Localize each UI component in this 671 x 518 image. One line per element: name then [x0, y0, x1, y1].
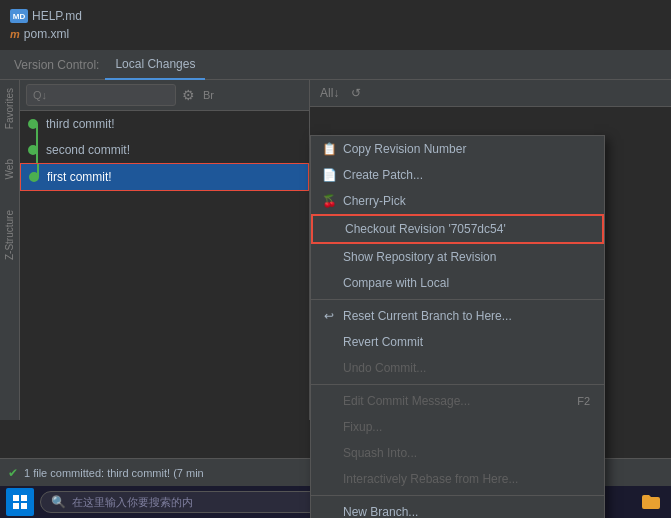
ctx-copy-revision-label: Copy Revision Number: [343, 142, 466, 156]
undo-icon: [321, 360, 337, 376]
status-text: 1 file committed: third commit! (7 min: [24, 467, 204, 479]
ctx-cherry-pick[interactable]: 🍒 Cherry-Pick: [311, 188, 604, 214]
taskbar-search[interactable]: 🔍 在这里输入你要搜索的内: [40, 491, 340, 513]
svg-rect-2: [13, 503, 19, 509]
side-tab-structure[interactable]: Z-Structure: [4, 210, 15, 260]
commit-message-third: third commit!: [46, 117, 115, 131]
ctx-fixup-label: Fixup...: [343, 420, 382, 434]
ctx-edit-message: Edit Commit Message... F2: [311, 388, 604, 414]
branch-label: Br: [203, 89, 214, 101]
svg-rect-0: [13, 495, 19, 501]
ctx-compare-local[interactable]: Compare with Local: [311, 270, 604, 296]
ctx-checkout-revision-label: Checkout Revision '7057dc54': [345, 222, 506, 236]
squash-icon: [321, 445, 337, 461]
ctx-new-branch[interactable]: New Branch...: [311, 499, 604, 518]
vc-label: Version Control:: [8, 50, 105, 79]
search-input[interactable]: [26, 84, 176, 106]
commit-item-third[interactable]: third commit!: [20, 111, 309, 137]
ctx-sep-1: [311, 299, 604, 300]
svg-rect-1: [21, 495, 27, 501]
ctx-reset-branch-label: Reset Current Branch to Here...: [343, 309, 512, 323]
ctx-fixup: Fixup...: [311, 414, 604, 440]
context-menu: 📋 Copy Revision Number 📄 Create Patch...…: [310, 135, 605, 518]
ctx-show-repo-label: Show Repository at Revision: [343, 250, 496, 264]
taskbar-search-text: 在这里输入你要搜索的内: [72, 495, 193, 510]
commit-dot-first: [29, 172, 39, 182]
gear-icon[interactable]: ⚙: [182, 87, 195, 103]
commit-list: third commit! second commit! first commi…: [20, 111, 309, 420]
ctx-squash-label: Squash Into...: [343, 446, 417, 460]
side-tabs: Favorites Web Z-Structure: [0, 80, 20, 420]
svg-rect-3: [21, 503, 27, 509]
new-branch-icon: [321, 504, 337, 518]
file-item-help[interactable]: MD HELP.md: [10, 9, 671, 23]
ctx-edit-message-label: Edit Commit Message...: [343, 394, 470, 408]
status-check-icon: ✔: [8, 466, 18, 480]
ctx-create-patch[interactable]: 📄 Create Patch...: [311, 162, 604, 188]
commit-dot-third: [28, 119, 38, 129]
start-button[interactable]: [6, 488, 34, 516]
file-name-pom: pom.xml: [24, 27, 69, 41]
commit-panel: ⚙ Br third commit! second commit! first …: [20, 80, 310, 420]
folder-icon[interactable]: [637, 488, 665, 516]
windows-logo-icon: [12, 494, 28, 510]
file-list: MD HELP.md m pom.xml: [0, 0, 671, 50]
patch-icon: 📄: [321, 167, 337, 183]
ctx-edit-message-shortcut: F2: [577, 395, 590, 407]
ctx-rebase: Interactively Rebase from Here...: [311, 466, 604, 492]
ctx-checkout-revision[interactable]: Checkout Revision '7057dc54': [311, 214, 604, 244]
ctx-reset-branch[interactable]: ↩ Reset Current Branch to Here...: [311, 303, 604, 329]
ctx-cherry-pick-label: Cherry-Pick: [343, 194, 406, 208]
revert-icon: [321, 334, 337, 350]
ctx-show-repo[interactable]: Show Repository at Revision: [311, 244, 604, 270]
ctx-new-branch-label: New Branch...: [343, 505, 418, 518]
side-tab-favorites[interactable]: Favorites: [4, 88, 15, 129]
commit-dot-second: [28, 145, 38, 155]
main-area: Favorites Web Z-Structure ⚙ Br third com…: [0, 80, 671, 420]
ctx-sep-2: [311, 384, 604, 385]
ctx-undo-commit-label: Undo Commit...: [343, 361, 426, 375]
ctx-sep-3: [311, 495, 604, 496]
ctx-rebase-label: Interactively Rebase from Here...: [343, 472, 518, 486]
ctx-undo-commit: Undo Commit...: [311, 355, 604, 381]
ctx-squash: Squash Into...: [311, 440, 604, 466]
side-tab-web[interactable]: Web: [4, 159, 15, 179]
ctx-create-patch-label: Create Patch...: [343, 168, 423, 182]
vc-tab-bar: Version Control: Local Changes: [0, 50, 671, 80]
tab-local-changes[interactable]: Local Changes: [105, 51, 205, 80]
reset-icon: ↩: [321, 308, 337, 324]
search-bar: ⚙ Br: [20, 80, 309, 111]
all-dropdown[interactable]: All↓: [316, 84, 343, 102]
compare-icon: [321, 275, 337, 291]
ctx-revert-commit[interactable]: Revert Commit: [311, 329, 604, 355]
show-repo-icon: [321, 249, 337, 265]
ctx-compare-local-label: Compare with Local: [343, 276, 449, 290]
file-item-pom[interactable]: m pom.xml: [10, 27, 671, 41]
commit-message-first: first commit!: [47, 170, 112, 184]
md-icon: MD: [10, 9, 28, 23]
taskbar-right: [637, 488, 665, 516]
commit-item-second[interactable]: second commit!: [20, 137, 309, 163]
file-name-help: HELP.md: [32, 9, 82, 23]
ctx-copy-revision[interactable]: 📋 Copy Revision Number: [311, 136, 604, 162]
copy-icon: 📋: [321, 141, 337, 157]
rebase-icon: [321, 471, 337, 487]
detail-toolbar: All↓ ↺: [310, 80, 671, 107]
taskbar-search-icon: 🔍: [51, 495, 66, 509]
commit-message-second: second commit!: [46, 143, 130, 157]
ctx-revert-commit-label: Revert Commit: [343, 335, 423, 349]
commit-item-first[interactable]: first commit!: [20, 163, 309, 191]
fixup-icon: [321, 419, 337, 435]
refresh-btn[interactable]: ↺: [347, 84, 365, 102]
xml-icon: m: [10, 28, 20, 40]
edit-icon: [321, 393, 337, 409]
cherry-pick-icon: 🍒: [321, 193, 337, 209]
checkout-icon: [323, 221, 339, 237]
